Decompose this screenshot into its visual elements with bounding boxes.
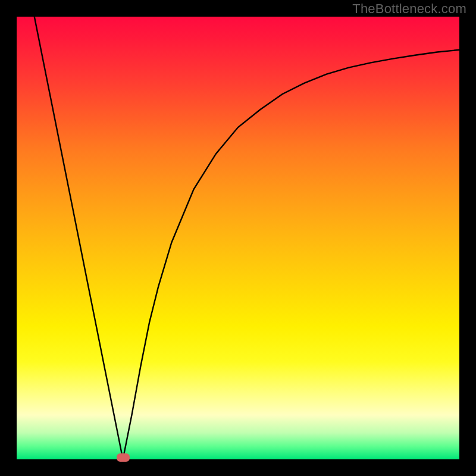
curve-svg bbox=[17, 17, 459, 459]
plot-area bbox=[17, 17, 459, 459]
bottleneck-curve bbox=[35, 17, 459, 459]
min-marker bbox=[117, 453, 130, 462]
watermark-text: TheBottleneck.com bbox=[352, 1, 466, 17]
